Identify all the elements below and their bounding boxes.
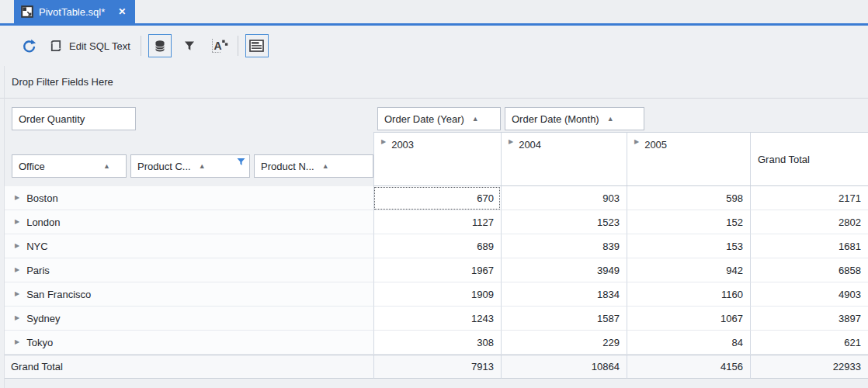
cell-boston-grand-total[interactable]: 2171 — [750, 186, 868, 210]
filter-drop-zone-label: Drop Filter Fields Here — [12, 76, 113, 88]
column-header-label: 2005 — [644, 139, 667, 151]
cell-grand-total-grand-total[interactable]: 22933 — [750, 355, 868, 379]
cell-san-francisco-2005[interactable]: 1160 — [627, 282, 750, 307]
row-header-tokyo[interactable]: ▶Tokyo — [5, 331, 373, 355]
expand-icon[interactable]: ▶ — [15, 219, 19, 225]
tab-title: PivotTable.sql* — [39, 6, 105, 18]
edit-sql-text-button[interactable]: Edit SQL Text — [46, 34, 134, 57]
field-label: Product C... — [137, 161, 191, 172]
cell-boston-2005[interactable]: 598 — [627, 186, 750, 210]
field-label: Order Date (Year) — [384, 113, 464, 125]
cell-boston-2004[interactable]: 903 — [501, 186, 627, 210]
filter-drop-zone[interactable]: Drop Filter Fields Here — [0, 66, 868, 99]
field-office[interactable]: Office ▲ — [12, 154, 127, 178]
cell-grand-total-2005[interactable]: 4156 — [627, 355, 750, 379]
field-label: Product N... — [261, 161, 314, 172]
field-order-quantity[interactable]: Order Quantity — [12, 107, 136, 130]
cell-paris-2005[interactable]: 942 — [627, 258, 750, 282]
row-header-grand-total[interactable]: Grand Total — [5, 355, 373, 379]
expand-icon[interactable]: ▶ — [15, 267, 19, 273]
cell-sydney-2003[interactable]: 1243 — [373, 307, 501, 331]
cell-san-francisco-grand-total[interactable]: 4903 — [750, 282, 868, 307]
format-values-toggle-button[interactable]: A — [207, 34, 231, 57]
cell-san-francisco-2004[interactable]: 1834 — [501, 282, 627, 307]
row-header-label: Paris — [26, 265, 50, 276]
cell-paris-grand-total[interactable]: 6858 — [750, 258, 868, 282]
cell-nyc-grand-total[interactable]: 1681 — [750, 234, 868, 258]
row-header-boston[interactable]: ▶Boston — [5, 186, 373, 210]
data-source-toggle-button[interactable] — [148, 34, 172, 57]
cell-tokyo-grand-total[interactable]: 621 — [750, 331, 868, 355]
format-text-icon: A — [210, 37, 228, 54]
expand-icon[interactable]: ▶ — [15, 195, 19, 201]
cell-nyc-2003[interactable]: 689 — [373, 234, 501, 258]
sort-asc-icon: ▲ — [607, 116, 614, 123]
row-header-label: NYC — [26, 241, 47, 252]
row-header-london[interactable]: ▶London — [5, 210, 373, 234]
cell-paris-2003[interactable]: 1967 — [373, 258, 501, 282]
row-header-sydney[interactable]: ▶Sydney — [5, 307, 373, 331]
cell-tokyo-2003[interactable]: 308 — [373, 331, 501, 355]
toolbar: Edit SQL Text — [0, 26, 868, 66]
cell-tokyo-2005[interactable]: 84 — [627, 331, 750, 355]
cell-sydney-2005[interactable]: 1067 — [627, 307, 750, 331]
expand-icon[interactable]: ▶ — [634, 139, 639, 145]
tab-bar: PivotTable.sql* ✕ — [0, 0, 868, 26]
sort-asc-icon: ▲ — [472, 116, 479, 123]
column-header-label: Grand Total — [758, 154, 810, 165]
cell-boston-2003[interactable]: 670 — [373, 186, 501, 210]
field-product-name[interactable]: Product N... ▲ — [254, 154, 373, 178]
cell-grand-total-2003[interactable]: 7913 — [373, 355, 501, 379]
edit-sql-text-label: Edit SQL Text — [69, 40, 130, 52]
expand-icon[interactable]: ▶ — [15, 243, 19, 249]
pivot-file-icon — [21, 5, 33, 18]
expand-icon[interactable]: ▶ — [381, 139, 386, 145]
column-header-label: 2003 — [391, 139, 414, 151]
refresh-button[interactable] — [19, 34, 40, 57]
cell-paris-2004[interactable]: 3949 — [501, 258, 627, 282]
cell-london-grand-total[interactable]: 2802 — [750, 210, 868, 234]
cell-sydney-grand-total[interactable]: 3897 — [750, 307, 868, 331]
layout-toggle-button[interactable] — [245, 34, 269, 57]
field-product-category[interactable]: Product C... ▲ — [130, 154, 250, 178]
sort-asc-icon: ▲ — [322, 163, 329, 170]
cell-london-2005[interactable]: 152 — [627, 210, 750, 234]
cell-sydney-2004[interactable]: 1587 — [501, 307, 627, 331]
svg-text:A: A — [214, 40, 221, 52]
row-header-paris[interactable]: ▶Paris — [5, 258, 373, 282]
column-header-2005[interactable]: ▶2005 — [627, 133, 750, 185]
tab-pivottable-sql[interactable]: PivotTable.sql* ✕ — [14, 0, 135, 23]
field-order-date-month[interactable]: Order Date (Month) ▲ — [505, 107, 644, 130]
column-header-label: 2004 — [519, 139, 541, 151]
filter-toggle-button[interactable] — [178, 34, 201, 57]
cell-tokyo-2004[interactable]: 229 — [501, 331, 627, 355]
expand-icon[interactable]: ▶ — [15, 291, 19, 297]
field-order-date-year[interactable]: Order Date (Year) ▲ — [377, 107, 501, 130]
row-header-san-francisco[interactable]: ▶San Francisco — [5, 282, 373, 307]
expand-icon[interactable]: ▶ — [15, 315, 19, 321]
column-header-band: ▶2003▶2004▶2005Grand Total — [373, 132, 868, 186]
column-header-2003[interactable]: ▶2003 — [373, 133, 501, 185]
row-header-label: Sydney — [26, 313, 60, 324]
cell-san-francisco-2003[interactable]: 1909 — [373, 282, 501, 307]
cell-london-2004[interactable]: 1523 — [501, 210, 627, 234]
cell-nyc-2004[interactable]: 839 — [501, 234, 627, 258]
refresh-icon — [22, 39, 36, 54]
database-icon — [154, 40, 166, 53]
field-label: Order Quantity — [19, 113, 85, 125]
column-header-2004[interactable]: ▶2004 — [501, 133, 627, 185]
cell-grand-total-2004[interactable]: 10864 — [501, 355, 627, 379]
field-filter-icon[interactable] — [237, 158, 245, 166]
expand-icon[interactable]: ▶ — [15, 339, 19, 345]
toolbar-separator — [141, 36, 141, 56]
cell-london-2003[interactable]: 1127 — [373, 210, 501, 234]
row-header-label: Tokyo — [26, 337, 53, 348]
tab-close-icon[interactable]: ✕ — [118, 7, 126, 16]
sql-script-icon — [49, 39, 63, 53]
row-header-nyc[interactable]: ▶NYC — [5, 234, 373, 258]
cell-nyc-2005[interactable]: 153 — [627, 234, 750, 258]
column-header-grand-total[interactable]: Grand Total — [750, 133, 868, 185]
expand-icon[interactable]: ▶ — [509, 139, 513, 145]
row-header-label: San Francisco — [26, 289, 91, 300]
form-view-icon — [249, 40, 264, 52]
